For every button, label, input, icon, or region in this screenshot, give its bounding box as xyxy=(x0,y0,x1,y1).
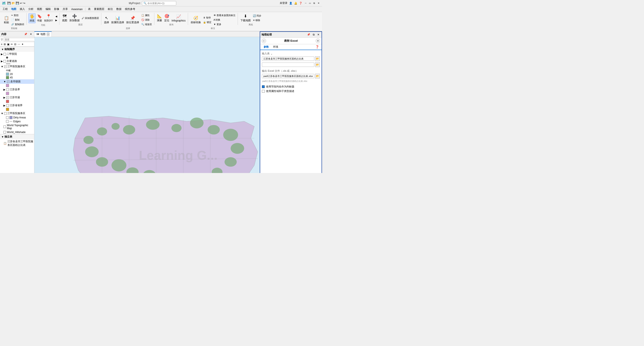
geo-tab-params[interactable]: 参数 xyxy=(262,44,271,50)
geo-add-button[interactable]: ＋ xyxy=(316,39,320,43)
locate-button[interactable]: 🎯定位 xyxy=(163,13,170,23)
geo-help-button[interactable]: ❓ xyxy=(314,44,320,50)
sidebar-item-县市级面[interactable]: ▼ 县市级面 xyxy=(0,79,34,84)
menu-analysis[interactable]: 分析 xyxy=(26,7,35,12)
layer-search-input[interactable] xyxy=(4,38,36,41)
restore-button[interactable]: ⧉ xyxy=(312,2,316,5)
sidebar-item-主要道路[interactable]: ▶ 主要道路 xyxy=(0,59,34,63)
maximize-button[interactable]: ▭ xyxy=(308,2,312,5)
paste-button[interactable]: 📋粘贴 xyxy=(3,15,10,25)
edit-icon[interactable]: ✏ xyxy=(11,43,13,46)
menu-share[interactable]: 共享 xyxy=(61,7,70,12)
menu-view[interactable]: 视图 xyxy=(35,7,44,12)
coord-transform-button[interactable]: 🧭坐标转换 xyxy=(190,15,202,25)
cut-button[interactable]: ✂ 剪切 xyxy=(10,13,25,18)
remove-button[interactable]: ✕ 移除 xyxy=(252,18,262,22)
sidebar-item-world-topo[interactable]: World Topographic Map xyxy=(0,123,34,130)
list-view-icon[interactable]: ≡ xyxy=(1,43,2,46)
zoom-to-button[interactable]: 🔍 缩放至 xyxy=(140,22,153,27)
checkbox-dirty-areas[interactable] xyxy=(6,116,8,119)
filter-layer-icon[interactable]: ▣ xyxy=(7,43,10,46)
attribute-button[interactable]: 📋 属性 xyxy=(140,13,153,18)
checkbox-主要道路[interactable] xyxy=(4,60,6,63)
geo-pin-button[interactable]: 📌 xyxy=(306,33,311,37)
clear-selection-button[interactable]: 🚫 清除 xyxy=(140,18,153,22)
sidebar-item-二甲医院[interactable]: ▶ 二甲医院 xyxy=(0,52,34,56)
nav-forward-button[interactable]: ▶ xyxy=(54,19,58,22)
sidebar-item-江苏省省界[interactable]: ▶ 江苏省省界 xyxy=(0,103,34,108)
menu-insert[interactable]: 插入 xyxy=(18,7,26,12)
menu-axwoman[interactable]: Axwoman xyxy=(70,7,84,11)
nav-back-button[interactable]: ◀ xyxy=(54,15,58,18)
sidebar-item-20[interactable]: 20 xyxy=(0,72,34,76)
checkbox-world-hillshade[interactable] xyxy=(4,131,6,133)
sidebar-item-jiangsu-table[interactable]: 📋 江苏各县市三甲医院服务区面积占比表 xyxy=(0,139,34,147)
sync-button[interactable]: 🔄 同步 xyxy=(252,14,262,18)
copy-path-button[interactable]: 🔗 复制路径 xyxy=(10,22,25,27)
magic-icon[interactable]: ✦ xyxy=(22,43,24,46)
select-by-attr-button[interactable]: 📊按属性选择 xyxy=(110,15,125,25)
sidebar-item-dirty-areas[interactable]: Dirty Areas xyxy=(0,116,34,119)
geo-browse-btn-1[interactable]: 📂 xyxy=(315,56,320,61)
sidebar-item-江苏市届[interactable]: ▶ 江苏市届 xyxy=(0,95,34,100)
menu-imagery[interactable]: 影像 xyxy=(52,7,61,12)
geo-tab-env[interactable]: 环境 xyxy=(271,44,280,50)
bookmark-button[interactable]: 🔖书签 xyxy=(36,14,43,23)
more-icon[interactable]: ⋯ xyxy=(18,43,20,46)
checkbox-县市级面[interactable] xyxy=(7,80,10,83)
standalone-table-section[interactable]: ▼ 独立表 xyxy=(0,134,34,139)
menu-edit[interactable]: 编辑 xyxy=(44,7,52,12)
add-data-button[interactable]: ➕添加数据 xyxy=(68,13,80,23)
view-unplaced-button[interactable]: 👁 查看未放置的标注 xyxy=(213,13,236,18)
grid-view-icon[interactable]: ⊞ xyxy=(4,43,6,46)
menu-table[interactable]: 表 xyxy=(86,7,92,12)
sidebar-item-三甲医院服务区[interactable]: ▼ 三甲医院服务区 xyxy=(0,64,34,69)
sidebar-item-world-hillshade[interactable]: World_Hillshade xyxy=(0,130,34,134)
smart-stop-button[interactable]: ⏸ 智停 xyxy=(202,16,212,20)
infographics-button[interactable]: 📈Infographics xyxy=(171,14,186,23)
drawing-order-section[interactable]: ▼ 绘制顺序 xyxy=(0,47,34,52)
copy-button[interactable]: 📄 复制 xyxy=(10,18,25,22)
browse-button[interactable]: 🖐浏览 xyxy=(28,13,36,23)
title-search-box[interactable]: 🔍 xyxy=(142,1,176,5)
checkbox-江苏县界[interactable] xyxy=(6,88,9,91)
checkbox-江苏市届[interactable] xyxy=(6,96,9,99)
convert-button[interactable]: A 转换 xyxy=(213,18,236,22)
sidebar-item-edges[interactable]: Edges xyxy=(0,119,34,123)
more-button[interactable]: ▼ 更多 xyxy=(213,22,236,27)
geo-browse-btn-2[interactable]: 📂 xyxy=(315,62,320,67)
geo-back-button[interactable]: ← xyxy=(262,39,266,43)
checkbox-二甲医院[interactable] xyxy=(4,53,6,55)
geo-checkbox-2[interactable] xyxy=(262,90,265,93)
menu-linear-ref[interactable]: 线性参考 xyxy=(123,7,137,12)
menu-map[interactable]: 地图 xyxy=(10,7,18,12)
sidebar-pin-button[interactable]: 📌 xyxy=(23,32,28,36)
add-graphic-button[interactable]: 🖊 添加图形图层 xyxy=(81,16,100,20)
geo-browse-output-btn[interactable]: 📂 xyxy=(315,74,320,78)
map-tab-close[interactable]: ✕ xyxy=(47,33,49,36)
checkbox-三甲医院服务区[interactable] xyxy=(4,65,7,68)
sidebar-item-45[interactable]: 45 xyxy=(0,76,34,79)
checkbox-edges[interactable] xyxy=(6,120,8,123)
checkbox-三甲服务区2[interactable] xyxy=(4,112,7,115)
select-button[interactable]: ↖选择 xyxy=(103,15,110,25)
geo-float-button[interactable]: ⧉ xyxy=(312,33,316,37)
minimize-button[interactable]: ─ xyxy=(304,2,308,5)
measure-button[interactable]: 📐测量 xyxy=(156,13,163,23)
select-by-location-button[interactable]: 📌按位置选择 xyxy=(125,15,140,25)
command-search-input[interactable] xyxy=(148,2,173,5)
sidebar-item-江苏县界[interactable]: ▶ 江苏县界 xyxy=(0,87,34,92)
output-file-field[interactable] xyxy=(262,74,314,78)
download-map-button[interactable]: ⬇下载地图 xyxy=(240,13,252,23)
geo-close-button[interactable]: ✕ xyxy=(316,33,320,37)
menu-feature-layer[interactable]: 要素图层 xyxy=(92,7,106,12)
input-table-field[interactable] xyxy=(262,57,314,61)
input-dropdown-icon[interactable]: ⌄ xyxy=(270,52,273,55)
menu-engineering[interactable]: 工程 xyxy=(1,7,10,12)
checkbox-world-topo[interactable] xyxy=(4,125,6,128)
input-table-field-2[interactable] xyxy=(262,63,314,67)
sidebar-close-button[interactable]: ✕ xyxy=(29,32,33,36)
menu-data[interactable]: 数据 xyxy=(115,7,123,12)
close-button[interactable]: ✕ xyxy=(317,2,320,5)
goto-xy-button[interactable]: 📍转到XY xyxy=(43,14,54,23)
